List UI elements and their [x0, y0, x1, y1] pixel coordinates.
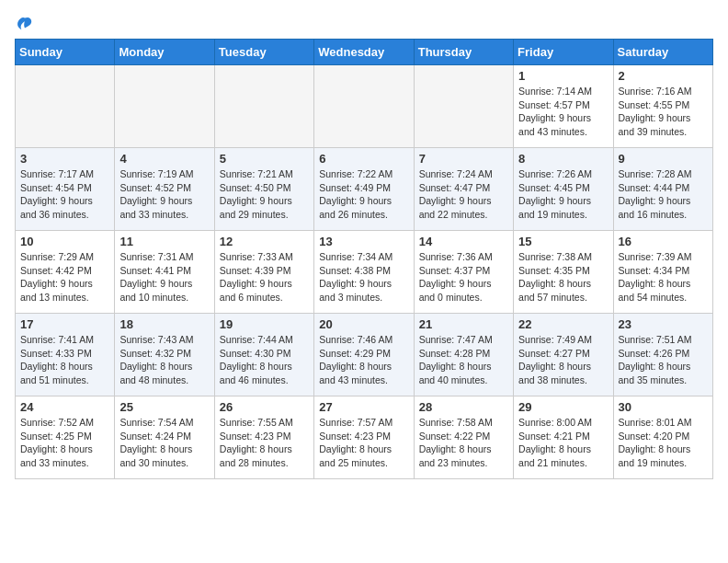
calendar-day-cell: 24Sunrise: 7:52 AM Sunset: 4:25 PM Dayli…	[16, 396, 115, 479]
calendar-week-row: 3Sunrise: 7:17 AM Sunset: 4:54 PM Daylig…	[16, 148, 713, 231]
calendar-day-cell: 2Sunrise: 7:16 AM Sunset: 4:55 PM Daylig…	[613, 65, 712, 148]
day-number: 21	[419, 317, 508, 331]
logo-bird-icon	[17, 15, 33, 31]
calendar-header-row: SundayMondayTuesdayWednesdayThursdayFrid…	[16, 40, 713, 65]
calendar-day-cell	[314, 65, 414, 148]
day-number: 25	[119, 400, 209, 414]
calendar-day-cell	[414, 65, 513, 148]
day-number: 30	[619, 400, 708, 414]
calendar-day-cell: 28Sunrise: 7:58 AM Sunset: 4:22 PM Dayli…	[414, 396, 513, 479]
day-info: Sunrise: 7:28 AM Sunset: 4:44 PM Dayligh…	[619, 167, 708, 222]
calendar-day-cell: 1Sunrise: 7:14 AM Sunset: 4:57 PM Daylig…	[514, 65, 613, 148]
day-number: 14	[419, 235, 508, 248]
calendar-day-cell	[115, 65, 214, 148]
calendar-day-cell: 14Sunrise: 7:36 AM Sunset: 4:37 PM Dayli…	[414, 231, 513, 314]
day-info: Sunrise: 7:29 AM Sunset: 4:42 PM Dayligh…	[20, 250, 109, 304]
col-header-monday: Monday	[115, 40, 214, 65]
calendar-day-cell: 26Sunrise: 7:55 AM Sunset: 4:23 PM Dayli…	[214, 396, 313, 479]
day-info: Sunrise: 7:14 AM Sunset: 4:57 PM Dayligh…	[518, 85, 608, 139]
day-number: 17	[20, 317, 109, 331]
day-info: Sunrise: 7:34 AM Sunset: 4:38 PM Dayligh…	[319, 250, 408, 304]
day-info: Sunrise: 7:24 AM Sunset: 4:47 PM Dayligh…	[419, 167, 508, 222]
day-info: Sunrise: 7:52 AM Sunset: 4:25 PM Dayligh…	[20, 416, 109, 470]
day-number: 4	[119, 152, 209, 166]
calendar-day-cell: 7Sunrise: 7:24 AM Sunset: 4:47 PM Daylig…	[414, 148, 513, 231]
day-info: Sunrise: 7:19 AM Sunset: 4:52 PM Dayligh…	[119, 167, 209, 222]
day-info: Sunrise: 7:51 AM Sunset: 4:26 PM Dayligh…	[619, 333, 708, 387]
calendar-day-cell: 3Sunrise: 7:17 AM Sunset: 4:54 PM Daylig…	[16, 148, 115, 231]
col-header-wednesday: Wednesday	[314, 40, 414, 65]
day-info: Sunrise: 7:33 AM Sunset: 4:39 PM Dayligh…	[220, 250, 309, 304]
day-info: Sunrise: 7:39 AM Sunset: 4:34 PM Dayligh…	[619, 250, 708, 304]
day-info: Sunrise: 7:54 AM Sunset: 4:24 PM Dayligh…	[119, 416, 209, 470]
calendar-table: SundayMondayTuesdayWednesdayThursdayFrid…	[15, 39, 713, 479]
day-number: 15	[518, 235, 608, 248]
day-number: 1	[518, 69, 608, 83]
day-number: 23	[619, 317, 708, 331]
calendar-day-cell: 23Sunrise: 7:51 AM Sunset: 4:26 PM Dayli…	[613, 314, 712, 396]
calendar-day-cell: 29Sunrise: 8:00 AM Sunset: 4:21 PM Dayli…	[514, 396, 613, 479]
day-number: 7	[419, 152, 508, 166]
calendar-day-cell: 27Sunrise: 7:57 AM Sunset: 4:23 PM Dayli…	[314, 396, 414, 479]
col-header-friday: Friday	[514, 40, 613, 65]
calendar-day-cell: 5Sunrise: 7:21 AM Sunset: 4:50 PM Daylig…	[214, 148, 313, 231]
calendar-day-cell: 20Sunrise: 7:46 AM Sunset: 4:29 PM Dayli…	[314, 314, 414, 396]
day-number: 12	[220, 235, 309, 248]
calendar-day-cell: 11Sunrise: 7:31 AM Sunset: 4:41 PM Dayli…	[115, 231, 214, 314]
day-info: Sunrise: 7:38 AM Sunset: 4:35 PM Dayligh…	[518, 250, 608, 304]
day-number: 5	[220, 152, 309, 166]
day-number: 18	[119, 317, 209, 331]
day-number: 9	[619, 152, 708, 166]
day-info: Sunrise: 7:58 AM Sunset: 4:22 PM Dayligh…	[419, 416, 508, 470]
calendar-day-cell: 4Sunrise: 7:19 AM Sunset: 4:52 PM Daylig…	[115, 148, 214, 231]
day-number: 29	[518, 400, 608, 414]
day-number: 13	[319, 235, 408, 248]
calendar-day-cell: 15Sunrise: 7:38 AM Sunset: 4:35 PM Dayli…	[514, 231, 613, 314]
day-number: 2	[619, 69, 708, 83]
col-header-sunday: Sunday	[16, 40, 115, 65]
day-info: Sunrise: 7:57 AM Sunset: 4:23 PM Dayligh…	[319, 416, 408, 470]
day-number: 28	[419, 400, 508, 414]
day-number: 11	[119, 235, 209, 248]
col-header-saturday: Saturday	[613, 40, 712, 65]
calendar-day-cell: 10Sunrise: 7:29 AM Sunset: 4:42 PM Dayli…	[16, 231, 115, 314]
day-info: Sunrise: 7:26 AM Sunset: 4:45 PM Dayligh…	[518, 167, 608, 222]
calendar-week-row: 1Sunrise: 7:14 AM Sunset: 4:57 PM Daylig…	[16, 65, 713, 148]
page-container: SundayMondayTuesdayWednesdayThursdayFrid…	[0, 0, 728, 488]
calendar-week-row: 10Sunrise: 7:29 AM Sunset: 4:42 PM Dayli…	[16, 231, 713, 314]
calendar-day-cell: 21Sunrise: 7:47 AM Sunset: 4:28 PM Dayli…	[414, 314, 513, 396]
day-number: 24	[20, 400, 109, 414]
col-header-tuesday: Tuesday	[214, 40, 313, 65]
page-header	[15, 15, 713, 31]
calendar-week-row: 24Sunrise: 7:52 AM Sunset: 4:25 PM Dayli…	[16, 396, 713, 479]
calendar-day-cell: 12Sunrise: 7:33 AM Sunset: 4:39 PM Dayli…	[214, 231, 313, 314]
calendar-day-cell: 6Sunrise: 7:22 AM Sunset: 4:49 PM Daylig…	[314, 148, 414, 231]
calendar-day-cell: 25Sunrise: 7:54 AM Sunset: 4:24 PM Dayli…	[115, 396, 214, 479]
calendar-day-cell: 16Sunrise: 7:39 AM Sunset: 4:34 PM Dayli…	[613, 231, 712, 314]
calendar-day-cell	[214, 65, 313, 148]
day-info: Sunrise: 7:22 AM Sunset: 4:49 PM Dayligh…	[319, 167, 408, 222]
logo	[15, 15, 33, 31]
day-info: Sunrise: 7:31 AM Sunset: 4:41 PM Dayligh…	[119, 250, 209, 304]
calendar-day-cell: 8Sunrise: 7:26 AM Sunset: 4:45 PM Daylig…	[514, 148, 613, 231]
day-info: Sunrise: 7:21 AM Sunset: 4:50 PM Dayligh…	[220, 167, 309, 222]
day-number: 16	[619, 235, 708, 248]
day-number: 3	[20, 152, 109, 166]
day-number: 6	[319, 152, 408, 166]
calendar-day-cell: 19Sunrise: 7:44 AM Sunset: 4:30 PM Dayli…	[214, 314, 313, 396]
calendar-week-row: 17Sunrise: 7:41 AM Sunset: 4:33 PM Dayli…	[16, 314, 713, 396]
day-number: 26	[220, 400, 309, 414]
day-info: Sunrise: 8:00 AM Sunset: 4:21 PM Dayligh…	[518, 416, 608, 470]
day-info: Sunrise: 7:44 AM Sunset: 4:30 PM Dayligh…	[220, 333, 309, 387]
day-info: Sunrise: 7:49 AM Sunset: 4:27 PM Dayligh…	[518, 333, 608, 387]
day-info: Sunrise: 7:46 AM Sunset: 4:29 PM Dayligh…	[319, 333, 408, 387]
day-number: 8	[518, 152, 608, 166]
day-number: 27	[319, 400, 408, 414]
calendar-day-cell: 9Sunrise: 7:28 AM Sunset: 4:44 PM Daylig…	[613, 148, 712, 231]
day-info: Sunrise: 7:41 AM Sunset: 4:33 PM Dayligh…	[20, 333, 109, 387]
calendar-day-cell: 18Sunrise: 7:43 AM Sunset: 4:32 PM Dayli…	[115, 314, 214, 396]
calendar-day-cell: 13Sunrise: 7:34 AM Sunset: 4:38 PM Dayli…	[314, 231, 414, 314]
day-info: Sunrise: 7:47 AM Sunset: 4:28 PM Dayligh…	[419, 333, 508, 387]
day-info: Sunrise: 7:17 AM Sunset: 4:54 PM Dayligh…	[20, 167, 109, 222]
calendar-day-cell: 30Sunrise: 8:01 AM Sunset: 4:20 PM Dayli…	[613, 396, 712, 479]
